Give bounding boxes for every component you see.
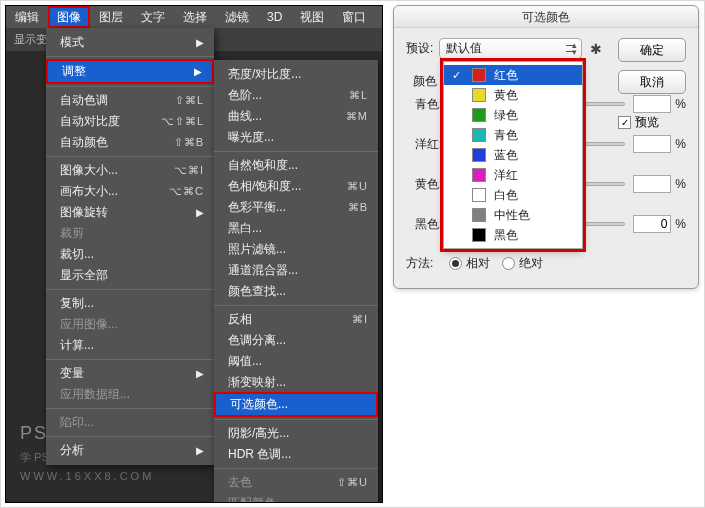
image-menu-item[interactable]: 自动色调⇧⌘L <box>46 90 214 111</box>
menubar-item-3D[interactable]: 3D <box>258 6 291 28</box>
adjust-menu-item[interactable]: 曝光度... <box>214 127 378 148</box>
color-swatch <box>472 88 486 102</box>
menu-item-label: 去色 <box>228 474 252 491</box>
menu-item-label: 照片滤镜... <box>228 241 286 258</box>
menu-item-label: 裁切... <box>60 246 94 263</box>
image-menu-item[interactable]: 复制... <box>46 293 214 314</box>
adjust-menu-item[interactable]: 渐变映射... <box>214 372 378 393</box>
image-menu-separator <box>46 289 214 290</box>
adjust-menu-item[interactable]: 反相⌘I <box>214 309 378 330</box>
color-option-白色[interactable]: 白色 <box>444 185 582 205</box>
image-menu-item[interactable]: 计算... <box>46 335 214 356</box>
preview-label: 预览 <box>635 114 659 131</box>
slider-label: 黄色: <box>406 176 442 193</box>
image-menu-item[interactable]: 画布大小...⌥⌘C <box>46 181 214 202</box>
method-relative[interactable]: 相对 <box>449 255 490 272</box>
slider-value-input[interactable] <box>633 135 671 153</box>
menu-item-label: 色阶... <box>228 87 262 104</box>
gear-icon[interactable]: ✱ <box>588 41 604 57</box>
menu-item-label: 模式 <box>60 34 84 51</box>
color-option-label: 青色 <box>494 127 518 144</box>
menu-item-label: 复制... <box>60 295 94 312</box>
image-menu-item: 应用图像... <box>46 314 214 335</box>
menu-item-label: 匹配颜色... <box>228 495 286 503</box>
image-menu-item[interactable]: 模式▶ <box>46 32 214 53</box>
preview-checkbox[interactable]: ✓ <box>618 116 631 129</box>
submenu-arrow-icon: ▶ <box>194 66 202 77</box>
adjust-menu-item[interactable]: 色调分离... <box>214 330 378 351</box>
slider-value-input[interactable] <box>633 175 671 193</box>
menu-item-label: 反相 <box>228 311 252 328</box>
adjust-menu-item[interactable]: 色彩平衡...⌘B <box>214 197 378 218</box>
menu-item-label: 可选颜色... <box>230 396 288 413</box>
menu-item-label: 应用数据组... <box>60 386 130 403</box>
menubar-item-选择[interactable]: 选择 <box>174 6 216 28</box>
preset-row: 预设: 默认值 ▴▾ ✱ <box>406 38 604 59</box>
menubar-item-文字[interactable]: 文字 <box>132 6 174 28</box>
image-menu-item[interactable]: 显示全部 <box>46 265 214 286</box>
ok-button[interactable]: 确定 <box>618 38 686 62</box>
color-option-绿色[interactable]: 绿色 <box>444 105 582 125</box>
radio-icon <box>502 257 515 270</box>
submenu-arrow-icon: ▶ <box>196 207 204 218</box>
menu-shortcut: ⌘I <box>352 313 368 326</box>
image-menu-item[interactable]: 自动对比度⌥⇧⌘L <box>46 111 214 132</box>
color-option-黄色[interactable]: 黄色 <box>444 85 582 105</box>
colors-dropdown[interactable]: ✓红色黄色绿色青色蓝色洋红白色中性色黑色 <box>443 61 583 249</box>
adjust-menu-item[interactable]: 曲线...⌘M <box>214 106 378 127</box>
menu-item-label: HDR 色调... <box>228 446 291 463</box>
menubar-item-编辑[interactable]: 编辑 <box>6 6 48 28</box>
image-menu-item[interactable]: 图像大小...⌥⌘I <box>46 160 214 181</box>
adjustments-submenu[interactable]: 亮度/对比度...色阶...⌘L曲线...⌘M曝光度...自然饱和度...色相/… <box>214 60 378 503</box>
adjust-menu-item[interactable]: 黑白... <box>214 218 378 239</box>
method-label: 方法: <box>406 255 433 272</box>
menubar-item-滤镜[interactable]: 滤镜 <box>216 6 258 28</box>
menu-item-label: 通道混合器... <box>228 262 298 279</box>
menu-shortcut: ⌘B <box>348 201 368 214</box>
menu-shortcut: ⌥⇧⌘L <box>161 115 204 128</box>
adjust-menu-item[interactable]: 亮度/对比度... <box>214 64 378 85</box>
adjust-menu-item[interactable]: 颜色查找... <box>214 281 378 302</box>
adjust-menu-item[interactable]: 通道混合器... <box>214 260 378 281</box>
adjust-menu-item[interactable]: HDR 色调... <box>214 444 378 465</box>
slider-label: 洋红: <box>406 136 442 153</box>
adjust-menu-item[interactable]: 色相/饱和度...⌘U <box>214 176 378 197</box>
slider-value-input[interactable]: 0 <box>633 215 671 233</box>
menubar: 编辑图像图层文字选择滤镜3D视图窗口 <box>6 6 382 28</box>
color-option-黑色[interactable]: 黑色 <box>444 225 582 245</box>
image-menu[interactable]: 模式▶调整▶自动色调⇧⌘L自动对比度⌥⇧⌘L自动颜色⇧⌘B图像大小...⌥⌘I画… <box>46 28 214 465</box>
image-menu-item[interactable]: 变量▶ <box>46 363 214 384</box>
cancel-button[interactable]: 取消 <box>618 70 686 94</box>
menu-item-label: 色相/饱和度... <box>228 178 301 195</box>
color-option-中性色[interactable]: 中性色 <box>444 205 582 225</box>
preset-select[interactable]: 默认值 ▴▾ <box>439 38 582 59</box>
color-option-青色[interactable]: 青色 <box>444 125 582 145</box>
menu-item-label: 图像旋转 <box>60 204 108 221</box>
menubar-item-窗口[interactable]: 窗口 <box>333 6 375 28</box>
image-menu-item[interactable]: 调整▶ <box>48 61 212 82</box>
method-absolute[interactable]: 绝对 <box>502 255 543 272</box>
preview-checkbox-row[interactable]: ✓ 预览 <box>618 114 686 131</box>
color-option-洋红[interactable]: 洋红 <box>444 165 582 185</box>
image-menu-item[interactable]: 裁切... <box>46 244 214 265</box>
menu-shortcut: ⇧⌘B <box>174 136 204 149</box>
menubar-item-图层[interactable]: 图层 <box>90 6 132 28</box>
image-menu-item[interactable]: 分析▶ <box>46 440 214 461</box>
color-option-红色[interactable]: ✓红色 <box>444 65 582 85</box>
adjust-menu-item[interactable]: 阴影/高光... <box>214 423 378 444</box>
menubar-item-图像[interactable]: 图像 <box>48 6 90 28</box>
adjust-menu-item[interactable]: 自然饱和度... <box>214 155 378 176</box>
color-swatch <box>472 68 486 82</box>
adjust-menu-item[interactable]: 照片滤镜... <box>214 239 378 260</box>
image-menu-item[interactable]: 自动颜色⇧⌘B <box>46 132 214 153</box>
menu-item-label: 显示全部 <box>60 267 108 284</box>
adjust-menu-item[interactable]: 阈值... <box>214 351 378 372</box>
color-swatch <box>472 228 486 242</box>
adjust-menu-item: 去色⇧⌘U <box>214 472 378 493</box>
adjust-menu-item[interactable]: 可选颜色... <box>216 394 376 415</box>
image-menu-item[interactable]: 图像旋转▶ <box>46 202 214 223</box>
menubar-item-视图[interactable]: 视图 <box>291 6 333 28</box>
color-option-蓝色[interactable]: 蓝色 <box>444 145 582 165</box>
adjust-menu-item[interactable]: 色阶...⌘L <box>214 85 378 106</box>
adjust-menu-separator <box>214 468 378 469</box>
